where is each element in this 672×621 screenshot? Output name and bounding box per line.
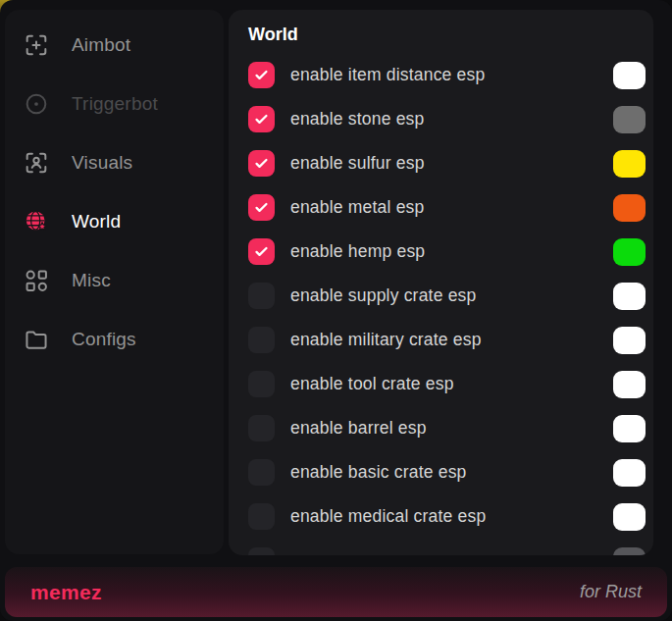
crosshair-icon <box>23 31 50 59</box>
world-panel: World enable item distance esp enable st… <box>229 10 653 555</box>
sidebar-item-configs[interactable]: Configs <box>5 310 224 369</box>
esp-option-label: enable military crate esp <box>290 330 613 350</box>
esp-option-row: enable stone esp <box>229 97 653 141</box>
sidebar-item-misc[interactable]: Misc <box>5 251 224 310</box>
sidebar-nav: Aimbot Triggerbot Visuals World Misc Con… <box>5 10 224 554</box>
sidebar-item-label: Aimbot <box>72 34 130 56</box>
esp-option-label: enable hemp esp <box>290 241 613 262</box>
esp-checkbox[interactable] <box>248 327 275 353</box>
person-scan-icon <box>23 149 50 177</box>
esp-checkbox[interactable] <box>248 371 275 397</box>
esp-option-row: enable barrel esp <box>229 406 653 450</box>
esp-color-swatch[interactable] <box>613 106 646 133</box>
esp-option-label: enable metal esp <box>290 197 613 218</box>
panel-title: World <box>229 10 653 53</box>
esp-checkbox[interactable] <box>248 238 275 265</box>
esp-option-label: enable sulfur esp <box>290 153 613 174</box>
checkmark-icon <box>253 243 270 260</box>
esp-color-swatch[interactable] <box>613 415 646 442</box>
esp-checkbox[interactable] <box>248 194 275 221</box>
esp-option-row: enable tool crate esp <box>229 362 653 406</box>
esp-option-label: enable supply crate esp <box>290 285 613 306</box>
esp-option-row: enable metal esp <box>229 185 653 230</box>
esp-option-label: enable stone esp <box>290 109 613 129</box>
checkmark-icon <box>253 111 270 128</box>
esp-color-swatch[interactable] <box>613 371 646 398</box>
esp-option-label: enable tool crate esp <box>290 374 613 394</box>
sidebar-item-label: Configs <box>72 329 136 350</box>
esp-option-row: enable hemp esp <box>229 230 653 274</box>
sidebar-item-label: World <box>72 211 121 233</box>
esp-option-label: enable medical crate esp <box>290 506 613 527</box>
esp-color-swatch[interactable] <box>613 459 646 487</box>
esp-color-swatch[interactable] <box>613 62 646 89</box>
esp-color-swatch[interactable] <box>613 194 646 222</box>
esp-option-row: enable medical crate esp <box>229 494 653 539</box>
esp-option-row: enable item distance esp <box>229 53 653 97</box>
sidebar-item-aimbot[interactable]: Aimbot <box>5 16 224 75</box>
esp-option-row: enable sulfur esp <box>229 141 653 185</box>
sidebar-item-label: Triggerbot <box>72 93 158 115</box>
esp-checkbox[interactable] <box>248 106 275 132</box>
esp-checkbox[interactable] <box>248 503 275 530</box>
esp-option-label: enable basic crate esp <box>290 462 613 483</box>
checkmark-icon <box>253 67 270 83</box>
esp-option-row: enable military crate esp <box>229 318 653 362</box>
esp-color-swatch[interactable] <box>613 503 646 531</box>
esp-checkbox[interactable] <box>248 415 275 441</box>
sidebar-item-label: Visuals <box>72 152 132 174</box>
esp-checkbox[interactable] <box>248 150 275 177</box>
esp-color-swatch[interactable] <box>613 547 646 556</box>
esp-option-label: enable barrel esp <box>290 418 613 439</box>
checkmark-icon <box>253 199 270 216</box>
esp-option-label: enable item distance esp <box>290 65 613 85</box>
categories-icon <box>23 267 50 294</box>
brand-name: memez <box>30 581 102 604</box>
sidebar-item-triggerbot[interactable]: Triggerbot <box>5 75 224 133</box>
brand-tagline: for Rust <box>580 582 642 602</box>
esp-checkbox[interactable] <box>248 62 275 88</box>
esp-checkbox[interactable] <box>248 547 275 555</box>
esp-option-row: enable basic crate esp <box>229 450 653 494</box>
sidebar-item-world[interactable]: World <box>5 192 224 251</box>
esp-checkbox[interactable] <box>248 459 275 486</box>
esp-color-swatch[interactable] <box>613 150 646 178</box>
checkmark-icon <box>253 155 270 172</box>
sidebar-item-visuals[interactable]: Visuals <box>5 133 224 192</box>
esp-color-swatch[interactable] <box>613 327 646 354</box>
esp-color-swatch[interactable] <box>613 238 646 266</box>
sidebar-item-label: Misc <box>72 270 111 291</box>
esp-color-swatch[interactable] <box>613 283 646 310</box>
esp-option-row: enable supply crate esp <box>229 274 653 318</box>
footer-bar: memez for Rust <box>5 567 667 617</box>
globe-star-icon <box>23 208 50 235</box>
options-scroll-area[interactable]: enable item distance esp enable stone es… <box>229 53 653 555</box>
esp-option-row <box>229 539 653 555</box>
folder-icon <box>23 326 50 353</box>
esp-checkbox[interactable] <box>248 283 275 309</box>
target-dot-icon <box>23 90 50 118</box>
cheat-menu-window: Aimbot Triggerbot Visuals World Misc Con… <box>0 0 672 621</box>
app-window: Aimbot Triggerbot Visuals World Misc Con… <box>0 0 672 621</box>
